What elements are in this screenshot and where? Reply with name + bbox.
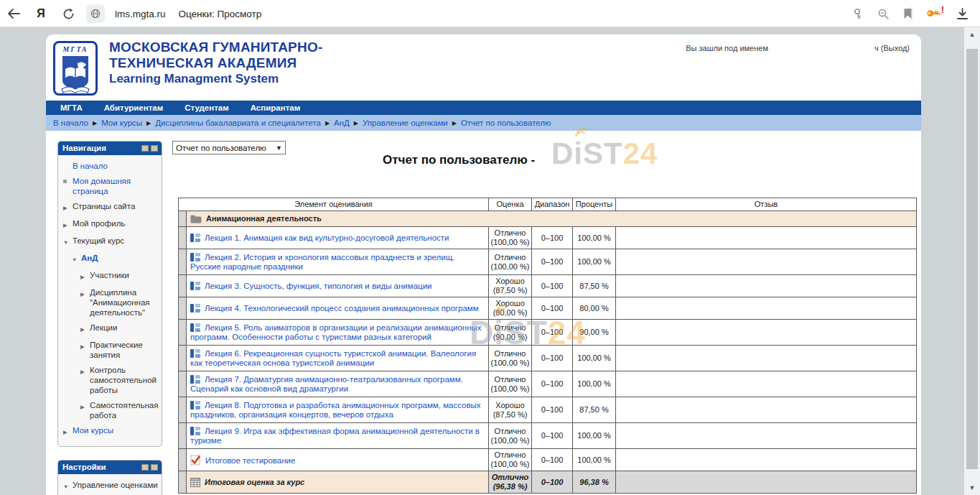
percent-cell: 80,00 % <box>573 297 616 320</box>
grade-item-link[interactable]: Лекция 8. Подготовка и разработка анимац… <box>190 401 481 419</box>
chevron-down-icon: ▼ <box>276 144 282 152</box>
reload-icon[interactable] <box>55 0 82 27</box>
grade-item-row: Лекция 8. Подготовка и разработка анимац… <box>179 397 917 423</box>
scroll-down-icon[interactable]: ▼ <box>964 484 980 491</box>
sidebar-item[interactable]: ▼Управление оценками <box>63 480 159 492</box>
grade-report-table: Элемент оцениванияОценкаДиапазонПроценты… <box>178 198 917 494</box>
breadcrumb-item-1[interactable]: В начало <box>53 119 88 127</box>
block-dock-icon[interactable] <box>151 145 158 152</box>
grade-cell: Отлично(100,00 %) <box>489 449 532 471</box>
grade-item-link[interactable]: Лекция 3. Сущность, функция, типология и… <box>205 282 432 290</box>
grade-percent: (87,50 %) <box>490 410 530 420</box>
sidebar-item[interactable]: Моя домашняя страница <box>63 176 159 196</box>
report-type-select[interactable]: Отчет по пользователю ▼ <box>172 141 286 154</box>
grade-cell: Отлично(90,00 %) <box>489 320 532 346</box>
scrollbar-thumb[interactable] <box>966 49 978 469</box>
percent-cell: 96,38 % <box>573 471 616 494</box>
feedback-cell <box>616 249 917 275</box>
grade-item-link[interactable]: Лекция 9. Игра как эффективная форма ани… <box>190 427 480 445</box>
bookmark-icon[interactable] <box>898 2 917 25</box>
grade-item-link[interactable]: Лекция 5. Роль аниматоров в организации … <box>190 323 482 341</box>
grade-item-link[interactable]: Лекция 2. История и хронология массовых … <box>190 253 454 271</box>
download-icon[interactable] <box>950 2 974 25</box>
grade-word: Отлично <box>490 450 530 460</box>
sidebar-item-label: Дисциплина "Анимационная деятельность" <box>90 287 159 318</box>
block-collapse-icon[interactable] <box>141 464 149 471</box>
main-navbar: МГТААбитуриентамСтудентамАспирантам <box>46 101 921 115</box>
breadcrumb-item-3[interactable]: Дисциплины бакалавриата и специалитета <box>155 119 321 127</box>
feedback-cell <box>616 449 917 471</box>
find-on-page-icon[interactable] <box>874 2 892 25</box>
sidebar-item-label: Текущий курс <box>73 236 124 246</box>
percent-cell: 100,00 % <box>573 449 616 471</box>
grade-item-link[interactable]: Лекция 1. Анимация как вид культурно-дос… <box>205 233 449 242</box>
collapsed-icon: ▶ <box>80 400 90 412</box>
percent-cell: 100,00 % <box>573 423 616 449</box>
feedback-cell <box>616 297 917 320</box>
sidebar-item[interactable]: В начало <box>63 161 159 171</box>
sidebar-item[interactable]: ▼АнД <box>63 253 159 265</box>
logout-link[interactable]: ч (Выход) <box>874 44 910 52</box>
sidebar-item[interactable]: ▶Практические занятия <box>63 340 159 360</box>
item-name-cell: Лекция 6. Рекреационная сущность туристс… <box>187 346 489 371</box>
site-globe-icon[interactable] <box>86 4 105 23</box>
address-url[interactable]: lms.mgta.ru <box>115 9 166 19</box>
sidebar-item[interactable]: ▶Страницы сайта <box>63 201 159 213</box>
sidebar-item[interactable]: ▶Самостоятельная работа <box>63 400 159 420</box>
sidebar-item-label: Управление оценками <box>73 480 158 490</box>
sidebar-item[interactable]: ▶Лекции <box>63 323 159 335</box>
collapsed-icon: ▶ <box>63 425 73 438</box>
report-select-value: Отчет по пользователю <box>176 144 266 152</box>
expanded-icon: ▼ <box>63 236 73 248</box>
expanded-icon: ▼ <box>72 253 81 265</box>
category-row: Анимационная деятельность <box>179 211 917 227</box>
grade-item-link[interactable]: Лекция 6. Рекреационная сущность туристс… <box>190 349 476 367</box>
sidebar-item[interactable]: ▼Текущий курс <box>63 236 159 248</box>
breadcrumb-item-5[interactable]: Управление оценками <box>363 119 448 127</box>
grade-word: Хорошо <box>490 299 530 308</box>
block-collapse-icon[interactable] <box>141 145 149 152</box>
grade-percent: (90,00 %) <box>490 333 530 342</box>
navbar-item-2[interactable]: Абитуриентам <box>104 103 163 112</box>
sidebar-item[interactable]: ▶Мой профиль <box>63 218 159 231</box>
indent-cell <box>179 249 187 275</box>
password-alert-icon[interactable]: ! <box>923 2 944 25</box>
expanded-icon: ▼ <box>63 480 73 492</box>
scroll-up-icon[interactable]: ▲ <box>964 31 980 38</box>
page-scrollbar[interactable]: ▲ ▼ <box>964 27 980 495</box>
yandex-icon[interactable]: Я <box>27 0 55 27</box>
sidebar-item[interactable]: ▶Мои курсы <box>63 425 159 438</box>
grade-cell: Отлично(100,00 %) <box>489 346 532 371</box>
navbar-item-3[interactable]: Студентам <box>185 103 229 112</box>
sidebar-item[interactable]: ▶Участники <box>63 270 159 282</box>
page-body: Навигация В началоМоя домашняя страница▶… <box>46 131 921 495</box>
navbar-item-1[interactable]: МГТА <box>60 103 83 112</box>
range-cell: 0–100 <box>532 423 573 449</box>
grade-item-link[interactable]: Лекция 4. Технологический процесс создан… <box>205 304 479 313</box>
collapsed-icon: ▶ <box>80 270 90 282</box>
grade-percent: (96,38 %) <box>490 482 530 491</box>
breadcrumb-item-2[interactable]: Мои курсы <box>101 119 142 127</box>
navbar-item-4[interactable]: Аспирантам <box>251 103 300 112</box>
mgta-logo: МГТА <box>53 41 98 96</box>
breadcrumb-item-4[interactable]: АнД <box>334 119 350 127</box>
feedback-cell <box>616 320 917 346</box>
sidebar-item[interactable]: ▶Контроль самостоятельной работы <box>63 365 159 395</box>
collapsed-icon: ▶ <box>80 365 90 377</box>
sidebar-item-label: Мои курсы <box>73 425 113 435</box>
grade-item-link[interactable]: Лекция 7. Драматургия анимационно-театра… <box>190 375 463 393</box>
grade-item-link[interactable]: Итоговое тестирование <box>205 456 295 465</box>
indent-cell <box>179 320 187 346</box>
back-icon[interactable] <box>0 0 27 27</box>
passwords-key-icon[interactable] <box>849 2 868 25</box>
breadcrumb-item-6[interactable]: Отчет по пользователю <box>461 119 551 127</box>
percent-cell: 90,00 % <box>573 320 616 346</box>
grade-cell: Хорошо(87,50 %) <box>489 397 532 423</box>
browser-chrome: Я lms.mgta.ru Оценки: Просмотр ! <box>0 0 980 27</box>
navigation-block: Навигация В началоМоя домашняя страница▶… <box>57 141 162 447</box>
sidebar-item[interactable]: ▶Дисциплина "Анимационная деятельность" <box>63 287 159 318</box>
lesson-icon <box>190 323 200 333</box>
indent-cell <box>179 211 187 227</box>
block-dock-icon[interactable] <box>151 464 158 471</box>
item-name-cell: Лекция 1. Анимация как вид культурно-дос… <box>187 227 489 249</box>
